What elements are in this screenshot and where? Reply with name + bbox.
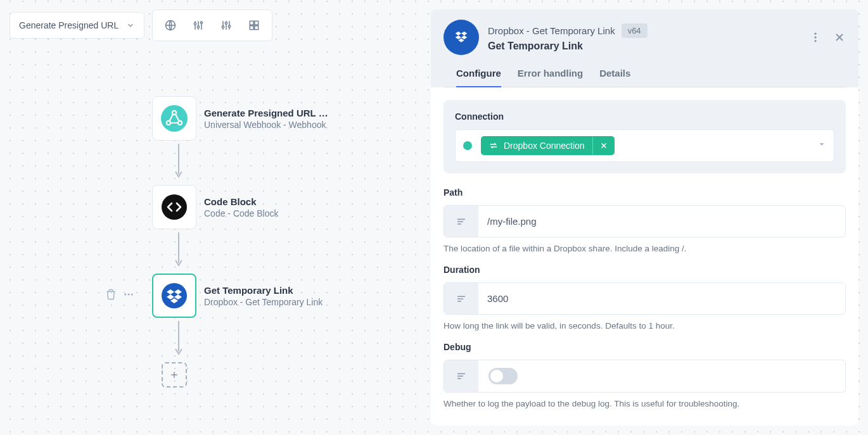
chevron-down-icon (817, 140, 826, 151)
grid-button[interactable] (241, 14, 267, 37)
panel-action-title: Get Temporary Link (488, 41, 648, 52)
svg-marker-38 (456, 35, 461, 39)
close-icon (599, 141, 608, 150)
sliders-button[interactable] (186, 14, 211, 37)
duration-input[interactable] (478, 283, 845, 314)
connection-chip-label: Dropbox Connection (504, 141, 585, 151)
node-dropbox-title: Get Temporary Link (204, 285, 322, 296)
svg-point-41 (814, 33, 816, 35)
node-code-subtitle: Code - Code Block (204, 208, 279, 218)
input-prefix-button[interactable] (444, 360, 478, 392)
field-duration: Duration How long the link will be valid… (444, 265, 846, 331)
svg-point-17 (124, 294, 126, 296)
more-vertical-icon (809, 31, 822, 44)
duration-label: Duration (444, 265, 846, 275)
node-dropbox-icon-box (152, 274, 196, 318)
svg-marker-48 (820, 143, 824, 146)
grid-icon (248, 19, 260, 32)
svg-point-18 (128, 294, 130, 296)
globe-button[interactable] (158, 14, 183, 37)
svg-point-25 (162, 194, 187, 220)
svg-marker-40 (458, 39, 464, 42)
node-context-controls (105, 289, 134, 303)
connection-block: Connection Dropbox Connection (444, 100, 846, 173)
swap-icon (488, 141, 499, 151)
workflow-selector-label: Generate Presigned URL (19, 20, 118, 30)
connector (174, 318, 183, 362)
debug-toggle[interactable] (488, 368, 518, 384)
svg-marker-39 (461, 35, 467, 39)
node-code-icon-box (152, 185, 196, 229)
node-code-title: Code Block (204, 196, 279, 207)
svg-rect-13 (250, 21, 254, 25)
dropbox-icon (450, 27, 472, 48)
node-code[interactable]: Code Block Code - Code Block (152, 185, 279, 229)
plus-icon (169, 370, 179, 380)
svg-point-27 (162, 283, 187, 308)
add-node-button[interactable] (162, 362, 187, 388)
delete-node-button[interactable] (105, 289, 117, 303)
svg-point-11 (226, 22, 227, 24)
duration-help: How long the link will be valid, in seco… (444, 321, 846, 331)
svg-point-20 (161, 105, 188, 132)
node-trigger-title: Generate Presigned URL Trigger (204, 108, 328, 118)
notes-icon (456, 293, 467, 305)
svg-point-42 (814, 36, 816, 38)
path-input[interactable] (478, 206, 845, 237)
svg-marker-36 (456, 32, 461, 35)
sliders-icon (192, 19, 205, 32)
settings-button[interactable] (214, 14, 239, 37)
node-dropbox-subtitle: Dropbox - Get Temporary Link (204, 297, 322, 307)
notes-icon (456, 370, 467, 382)
canvas-toolbar (152, 9, 272, 41)
connection-chip: Dropbox Connection (481, 136, 615, 155)
connection-chip-remove[interactable] (592, 137, 615, 154)
tab-details[interactable]: Details (599, 68, 630, 87)
node-trigger[interactable]: Generate Presigned URL Trigger Universal… (152, 96, 328, 141)
input-prefix-button[interactable] (444, 283, 478, 314)
svg-rect-15 (250, 26, 254, 30)
debug-help: Whether to log the payload to the debug … (444, 399, 846, 408)
field-debug: Debug Whether to log the payload to the … (444, 342, 846, 408)
svg-point-43 (814, 40, 816, 42)
globe-icon (164, 19, 177, 32)
workflow-selector[interactable]: Generate Presigned URL (10, 12, 144, 39)
svg-point-5 (198, 26, 200, 28)
svg-point-19 (131, 294, 133, 296)
input-prefix-button[interactable] (444, 206, 478, 237)
node-trigger-icon-box (152, 96, 196, 141)
svg-point-4 (195, 23, 196, 25)
trash-icon (105, 289, 117, 300)
debug-label: Debug (444, 342, 846, 352)
connection-label: Connection (455, 111, 834, 122)
config-panel: Dropbox - Get Temporary Link v64 Get Tem… (431, 9, 858, 426)
svg-point-10 (222, 26, 224, 28)
svg-point-12 (229, 25, 231, 27)
svg-point-6 (201, 22, 203, 23)
chevron-down-icon (126, 21, 135, 30)
panel-app-icon (444, 20, 479, 55)
panel-app-label: Dropbox - Get Temporary Link (488, 25, 615, 36)
more-node-button[interactable] (123, 289, 134, 303)
panel-close-button[interactable] (833, 31, 846, 44)
more-horizontal-icon (123, 289, 134, 300)
node-dropbox[interactable]: Get Temporary Link Dropbox - Get Tempora… (152, 274, 322, 318)
connection-select[interactable]: Dropbox Connection (455, 129, 834, 162)
notes-icon (456, 216, 467, 227)
svg-rect-16 (255, 26, 258, 30)
tab-configure[interactable]: Configure (456, 68, 501, 87)
path-help: The location of a file within a Dropbox … (444, 244, 846, 253)
panel-more-button[interactable] (809, 31, 822, 44)
webhook-icon (160, 104, 189, 133)
close-icon (833, 31, 846, 44)
tab-error-handling[interactable]: Error handling (518, 68, 583, 87)
connector (174, 141, 183, 185)
field-path: Path The location of a file within a Dro… (444, 187, 846, 253)
dropbox-icon (160, 282, 188, 310)
version-chip: v64 (622, 23, 648, 38)
panel-tabs: Configure Error handling Details (444, 55, 846, 87)
node-trigger-subtitle: Universal Webhook - Webhook (204, 120, 328, 130)
code-icon (160, 193, 188, 221)
svg-marker-37 (461, 32, 467, 35)
svg-rect-14 (255, 21, 258, 25)
